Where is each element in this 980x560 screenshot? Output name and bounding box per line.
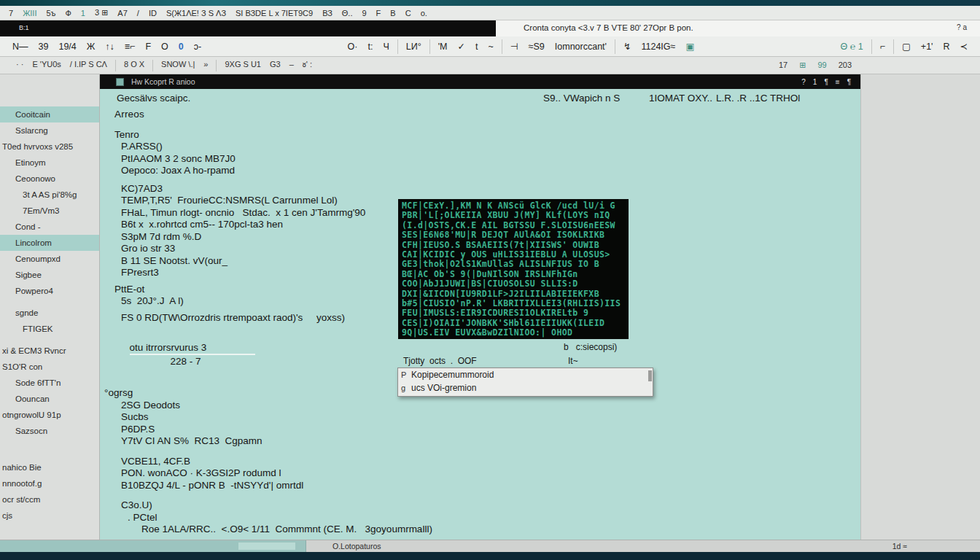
toolbar-icon[interactable]: F [145,42,151,52]
menu-item[interactable]: S(Ж1ΛЕ! З Ѕ ΛЗ [166,9,226,18]
toolbar-icon[interactable]: 19/4 [58,42,76,52]
toolbar-icon[interactable] [502,39,502,54]
menu-item[interactable]: F [376,9,381,18]
sidebar-item[interactable]: S1O'R con [0,359,99,375]
menu-item[interactable]: / [137,9,139,18]
menu-item[interactable]: ID [149,9,157,18]
sidebar-item[interactable]: 7Em/Vm3 [0,203,99,219]
tab-item[interactable]: – [289,60,294,71]
sidebar-item[interactable]: nnnootof.g [0,475,99,491]
sidebar-item[interactable]: xi & ECM3 Rvncr [0,343,99,359]
toolbar-icon[interactable]: Ч [383,42,389,52]
toolbar-icon[interactable]: t: [368,42,373,52]
title-bar-icon[interactable]: ¶ [847,78,851,86]
menu-item[interactable]: С [405,9,411,18]
sidebar-item[interactable]: Cond - [0,219,99,235]
menu-item[interactable]: 3 ⊞ [95,8,108,18]
menu-item[interactable]: Θ.. [342,9,353,18]
toolbar-icon[interactable]: ≡⌐ [125,42,136,52]
sidebar-item[interactable]: T0ed hvrvoxs v285 [0,139,99,155]
toolbar-icon[interactable]: +1' [921,42,933,52]
sidebar-item[interactable]: Powpero4 [0,283,99,299]
toolbar-icon[interactable]: Θ ℮ 1 [841,42,863,52]
toolbar-icon[interactable]: LИ° [406,42,421,52]
sidebar-item[interactable]: Lincolrom [0,235,99,251]
toolbar-icon[interactable]: 0 [179,42,184,52]
sidebar-item[interactable]: Oouncan [0,391,99,407]
menu-item[interactable]: 1 [81,9,85,18]
toolbar-icon[interactable] [893,39,894,54]
title-bar-icon[interactable]: ≡ [836,78,840,86]
toolbar-icon[interactable]: ᴐ- [194,42,201,52]
sidebar-item[interactable]: Sigbee [0,267,99,283]
toolbar-icon[interactable]: N— [12,42,28,52]
menu-item[interactable]: ВЗ [322,9,332,18]
menu-item[interactable]: ЖIII [23,9,36,18]
toolbar-icon[interactable]: t [475,42,478,52]
title-bar-icon[interactable]: ¶ [824,78,828,86]
menu-item[interactable]: SI ВЗDЕ L х 7IЕТ9С9 [236,9,313,18]
sidebar-item[interactable]: Sode 6fTT'n [0,375,99,391]
tab-item[interactable]: 9ХG Ѕ U1 [225,60,261,71]
sidebar-item[interactable]: Ceoonowo [0,171,99,187]
sidebar-item[interactable]: Etinoym [0,155,99,171]
toolbar-icon[interactable]: O· [348,42,358,52]
tab-item[interactable]: SNOW \.| [161,60,195,71]
menu-item[interactable]: 9 [362,9,366,18]
sidebar-item[interactable]: otngrowolU 91p [0,407,99,423]
window-corner-icons[interactable]: ? a [957,23,967,36]
tab-status-icon[interactable]: 99 [817,61,826,70]
toolbar-icon[interactable]: O [161,42,168,52]
menu-item[interactable]: А7 [117,9,127,18]
sidebar-item[interactable]: sgnde [0,305,99,321]
toolbar-icon[interactable]: Ж [87,42,96,52]
sidebar-item[interactable]: nahico Bie [0,459,99,475]
toolbar-icon[interactable]: ⊣ [510,41,518,52]
toolbar-icon[interactable]: R [943,42,949,52]
underlined-link[interactable]: otu itrrorsrvurus 3 [130,341,255,355]
dropdown-item[interactable]: g ucs VOi-gremion [398,381,653,394]
tab-item[interactable] [216,60,217,71]
sidebar-item[interactable]: FTIGEK [0,321,99,337]
sidebar-item[interactable]: Cooitcain [0,106,99,122]
toolbar-icon[interactable]: ⌐ [880,42,885,52]
tab-item[interactable]: · · [16,60,23,71]
menu-item[interactable]: 7 [9,9,13,18]
tab-item[interactable]: G3 [270,60,281,71]
terminal-output-box[interactable]: MCF|CExY.],KM N K ANScü GlcK /ucd lU/i G… [398,199,629,339]
tab-status-icon[interactable]: 203 [839,61,852,70]
toolbar-icon[interactable]: ↑↓ [105,42,114,52]
toolbar-icon[interactable]: ~ [488,42,493,52]
toolbar-icon[interactable]: Iomnorccant' [555,42,607,52]
sidebar-item[interactable]: Cenoumpxd [0,251,99,267]
sidebar-item[interactable]: cjs [0,508,99,524]
dropdown-scrollbar-thumb[interactable] [648,370,652,381]
tab-status-icon[interactable]: 17 [779,61,788,70]
title-bar-icon[interactable]: 1 [813,78,817,86]
toolbar-icon[interactable]: 39 [39,42,49,52]
toolbar-icon[interactable]: ≺ [960,41,968,52]
toolbar-icon[interactable]: 1124IG≈ [641,42,675,52]
title-bar-icon[interactable]: ? [801,78,806,86]
sidebar-item[interactable]: Sslarcng [0,122,99,139]
tab-item[interactable]: » [203,60,208,71]
toolbar-icon[interactable]: ✓ [457,41,464,52]
tab-item[interactable]: ᴕ' : [303,60,312,71]
menu-item[interactable]: В [390,9,395,18]
tab-item[interactable] [152,60,153,71]
dropdown-item[interactable]: P Kopipecemummoroid [398,368,653,381]
tab-status-icon[interactable]: ⊞ [799,61,806,70]
menu-item[interactable]: о. [421,9,427,18]
tab-item[interactable]: Е 'YU0s [32,60,61,71]
toolbar-icon[interactable] [615,39,615,54]
toolbar-icon[interactable]: 'M [438,42,448,52]
toolbar-icon[interactable]: ▣ [685,41,694,52]
tab-item[interactable]: 8 О Х [124,60,144,71]
sidebar-item[interactable]: 3t A AS pi'8%g [0,187,99,203]
toolbar-icon[interactable] [397,39,398,54]
tab-item[interactable] [115,60,116,71]
menu-item[interactable]: 5ъ [46,9,55,18]
toolbar-icon[interactable]: ▢ [902,41,911,52]
sidebar-item[interactable]: ocr st/ccm [0,491,99,508]
tab-item[interactable]: / I.IP Ѕ СΛ [70,60,107,71]
